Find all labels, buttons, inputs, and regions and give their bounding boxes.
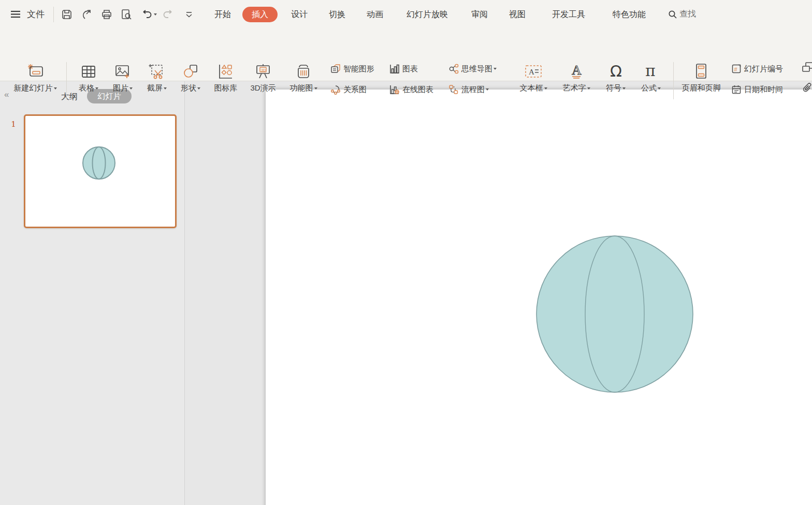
screenshot-button[interactable]: 截屏: [140, 60, 174, 93]
tab-animation[interactable]: 动画: [364, 0, 386, 28]
symbol-dropdown[interactable]: [622, 87, 626, 90]
tab-home[interactable]: 开始: [211, 0, 234, 28]
search-icon: [668, 10, 677, 19]
header-footer-button[interactable]: 页眉和页脚: [677, 60, 725, 93]
tab-developer[interactable]: 开发工具: [549, 0, 588, 28]
screenshot-dropdown[interactable]: [164, 87, 167, 90]
formula-dropdown[interactable]: [658, 87, 661, 90]
textbox-dropdown[interactable]: [544, 87, 547, 90]
symbol-icon: Ω: [600, 60, 632, 83]
header-footer-icon: [677, 60, 725, 83]
date-time-button[interactable]: 日期和时间: [731, 83, 783, 96]
shapes-button[interactable]: 形状: [174, 60, 207, 93]
export-icon[interactable]: [80, 8, 94, 21]
customize-quick-access-icon[interactable]: [182, 8, 196, 21]
slide-panel: « 大纲 幻灯片 1: [0, 81, 185, 505]
relationship-diagram-button[interactable]: 关系图: [330, 83, 367, 96]
3d-show-icon: 3D: [244, 60, 282, 83]
screenshot-icon: [140, 60, 174, 83]
thumbnail-ball-shape: [25, 116, 175, 227]
flowchart-icon: [448, 84, 459, 95]
find-button[interactable]: 查找: [668, 0, 696, 28]
chart-icon: [389, 64, 400, 74]
tab-design[interactable]: 设计: [288, 0, 311, 28]
smart-graphics-icon: [330, 64, 341, 74]
svg-text:π: π: [645, 62, 656, 80]
tab-review[interactable]: 审阅: [468, 0, 491, 28]
undo-button[interactable]: [139, 8, 158, 21]
chart-button[interactable]: 图表: [389, 63, 418, 75]
picture-icon: [106, 60, 140, 83]
table-button[interactable]: 表格: [71, 60, 106, 93]
tab-special-features[interactable]: 特色功能: [610, 0, 649, 28]
menu-bar: 文件 开始 插入 设计 切换 动画 幻灯片放映 审阅: [0, 0, 812, 28]
3d-show-button[interactable]: 3D 3D演示: [244, 60, 282, 93]
tab-transition[interactable]: 切换: [326, 0, 349, 28]
slide-canvas[interactable]: [266, 90, 812, 505]
picture-button[interactable]: 图片: [106, 60, 140, 93]
wps-presentation-window: { "app": { "accent_orange": "#e4674a", "…: [0, 0, 812, 505]
wordart-dropdown[interactable]: [587, 87, 590, 90]
divider: [66, 62, 67, 99]
file-menu[interactable]: 文件: [27, 0, 45, 28]
textbox-button[interactable]: A 文本框: [514, 60, 553, 93]
wordart-icon: A: [557, 60, 596, 83]
mind-map-dropdown[interactable]: [494, 68, 497, 70]
table-dropdown[interactable]: [95, 87, 98, 90]
relationship-diagram-icon: [330, 84, 341, 95]
shapes-dropdown[interactable]: [197, 87, 200, 90]
undo-dropdown-caret[interactable]: [154, 13, 157, 16]
symbol-button[interactable]: Ω 符号: [600, 60, 632, 93]
formula-icon: π: [635, 60, 667, 83]
mind-map-icon: [448, 64, 459, 74]
print-preview-button[interactable]: [120, 8, 133, 21]
new-slide-button[interactable]: 新建幻灯片: [7, 60, 63, 93]
picture-dropdown[interactable]: [129, 87, 133, 90]
svg-text:A: A: [572, 63, 582, 78]
online-chart-icon: [389, 84, 400, 95]
textbox-icon: A: [514, 60, 553, 83]
icon-library-icon: [208, 60, 243, 83]
print-button[interactable]: [100, 8, 113, 21]
svg-text:A: A: [529, 68, 534, 76]
hamburger-icon[interactable]: [10, 10, 21, 18]
function-diagram-button[interactable]: 功能图: [284, 60, 323, 93]
slide-thumbnail-1[interactable]: [24, 114, 177, 228]
attachment-icon[interactable]: [802, 82, 812, 95]
svg-text:#: #: [734, 66, 738, 72]
save-button[interactable]: [60, 8, 74, 21]
new-slide-dropdown[interactable]: [54, 87, 57, 90]
flowchart-dropdown[interactable]: [486, 88, 489, 91]
redo-button[interactable]: [162, 8, 175, 21]
new-slide-icon: [7, 60, 63, 83]
tab-insert-active[interactable]: 插入: [242, 7, 278, 22]
ball-shape[interactable]: [535, 235, 694, 394]
mind-map-button[interactable]: 思维导图: [448, 63, 497, 75]
tab-slideshow[interactable]: 幻灯片放映: [404, 0, 451, 28]
slide-number-label: 1: [9, 120, 18, 129]
table-icon: [71, 60, 106, 83]
object-icon[interactable]: [802, 62, 812, 74]
slide-number-icon: #: [731, 64, 742, 74]
divider: [53, 7, 54, 22]
top-chrome: 文件 开始 插入 设计 切换 动画 幻灯片放映 审阅: [0, 0, 812, 81]
wordart-button[interactable]: A 艺术字: [557, 60, 596, 93]
icon-library-button[interactable]: 图标库: [208, 60, 243, 93]
tab-view[interactable]: 视图: [506, 0, 529, 28]
flowchart-button[interactable]: 流程图: [448, 83, 489, 96]
function-diagram-dropdown[interactable]: [314, 87, 317, 90]
function-diagram-icon: [284, 60, 323, 83]
online-chart-button[interactable]: 在线图表: [389, 83, 433, 96]
slide-number-button[interactable]: # 幻灯片编号: [731, 63, 783, 75]
date-time-icon: [731, 84, 742, 95]
smart-graphics-button[interactable]: 智能图形: [330, 63, 374, 75]
formula-button[interactable]: π 公式: [635, 60, 667, 93]
divider: [673, 62, 674, 99]
ribbon-insert: 新建幻灯片 表格 图片 截屏: [0, 28, 812, 81]
svg-text:3D: 3D: [261, 68, 266, 72]
svg-text:Ω: Ω: [610, 62, 622, 80]
shapes-icon: [174, 60, 207, 83]
